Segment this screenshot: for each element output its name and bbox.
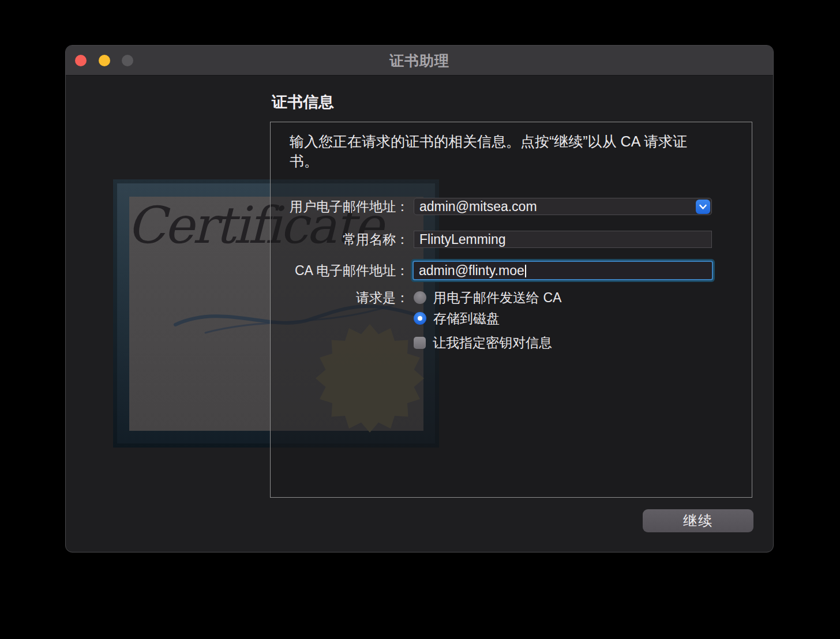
option-email-to-ca-label: 用电子邮件发送给 CA — [433, 289, 561, 307]
title-bar[interactable]: 证书助理 — [66, 46, 773, 76]
radio-unselected-icon[interactable] — [414, 291, 426, 304]
minimize-button[interactable] — [99, 55, 110, 66]
radio-selected-icon[interactable] — [414, 312, 426, 325]
user-email-combobox[interactable]: admin@mitsea.com — [414, 198, 712, 215]
user-email-label: 用户电子邮件地址： — [271, 198, 409, 215]
certificate-info-panel: 输入您正在请求的证书的相关信息。点按“继续”以从 CA 请求证书。 用户电子邮件… — [270, 122, 752, 498]
option-email-to-ca[interactable]: 用电子邮件发送给 CA — [414, 291, 561, 305]
certificate-assistant-window: 证书助理 证书信息 Certificate 输入您正在请求的证书的相关信息。点按… — [65, 45, 774, 552]
text-caret — [525, 265, 526, 277]
continue-button[interactable]: 继续 — [643, 509, 753, 532]
ca-email-label: CA 电子邮件地址： — [271, 262, 409, 279]
request-type-label: 请求是： — [271, 291, 409, 305]
option-specify-keypair-label: 让我指定密钥对信息 — [433, 334, 552, 352]
combo-dropdown-button[interactable] — [696, 200, 710, 214]
window-title: 证书助理 — [66, 46, 773, 76]
option-save-to-disk[interactable]: 存储到磁盘 — [414, 311, 500, 325]
close-button[interactable] — [75, 55, 87, 66]
chevron-down-icon — [699, 204, 707, 211]
user-email-value: admin@mitsea.com — [419, 199, 537, 214]
checkbox-unchecked-icon[interactable] — [414, 337, 426, 349]
page-title: 证书信息 — [272, 92, 334, 112]
ca-email-value: admin@flinty.moe — [419, 263, 524, 278]
zoom-button-disabled — [122, 55, 133, 66]
common-name-input[interactable]: FlintyLemming — [414, 231, 712, 248]
option-specify-keypair[interactable]: 让我指定密钥对信息 — [414, 336, 552, 349]
instructions-text: 输入您正在请求的证书的相关信息。点按“继续”以从 CA 请求证书。 — [290, 131, 707, 171]
common-name-label: 常用名称： — [271, 231, 409, 248]
common-name-value: FlintyLemming — [419, 232, 506, 247]
ca-email-input[interactable]: admin@flinty.moe — [414, 262, 712, 279]
option-save-to-disk-label: 存储到磁盘 — [433, 310, 500, 328]
